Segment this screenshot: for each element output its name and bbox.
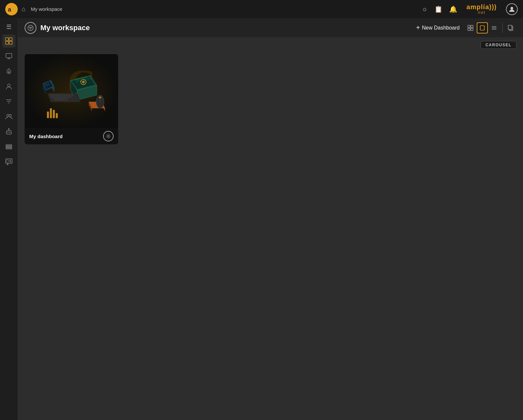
user-avatar[interactable] <box>506 3 518 15</box>
dashboard-card-footer: My dashboard <box>25 128 118 144</box>
svg-rect-15 <box>7 131 11 134</box>
svg-rect-78 <box>64 96 66 98</box>
sidebar-item-filter[interactable] <box>2 95 15 108</box>
home-icon[interactable]: ⌂ <box>22 5 26 13</box>
topbar-icons: ☼ 📋 🔔 amplía))) iiot <box>422 3 518 15</box>
copy-button[interactable] <box>505 22 516 33</box>
svg-rect-23 <box>6 146 12 147</box>
new-dashboard-button[interactable]: + New Dashboard <box>416 24 460 32</box>
topbar-workspace-label: My workspace <box>31 6 62 12</box>
sidebar-item-device[interactable] <box>2 50 15 63</box>
dashboard-card-settings-icon[interactable] <box>103 131 114 141</box>
main-layout: ☰ <box>0 18 523 420</box>
svg-rect-74 <box>54 96 55 98</box>
dashboard-card[interactable]: C <box>25 54 118 144</box>
svg-text:a: a <box>8 6 11 13</box>
workspace-content: CAROUSEL <box>18 38 523 420</box>
svg-point-98 <box>108 136 109 137</box>
sun-icon[interactable]: ☼ <box>422 5 427 13</box>
svg-rect-2 <box>6 38 9 41</box>
sidebar-item-favorites[interactable] <box>2 65 15 78</box>
svg-point-60 <box>82 81 85 83</box>
svg-rect-88 <box>47 112 49 118</box>
view-carousel-button[interactable] <box>477 22 488 33</box>
brand-name: amplía))) <box>467 4 497 10</box>
sidebar: ☰ <box>0 18 18 420</box>
svg-rect-90 <box>53 110 55 118</box>
svg-rect-37 <box>471 25 473 28</box>
svg-point-32 <box>28 25 33 31</box>
topbar: a ⌂ My workspace ☼ 📋 🔔 amplía))) iiot <box>0 0 523 18</box>
svg-rect-79 <box>67 96 69 98</box>
svg-rect-6 <box>6 53 12 58</box>
notes-icon[interactable]: 📋 <box>434 5 443 13</box>
svg-rect-75 <box>56 96 58 98</box>
dashboard-card-image: C <box>25 54 118 128</box>
page-title: My workspace <box>40 24 416 32</box>
svg-point-13 <box>7 115 9 117</box>
svg-rect-24 <box>6 148 12 149</box>
svg-rect-40 <box>480 26 484 30</box>
sidebar-item-settings[interactable] <box>2 140 15 153</box>
carousel-label: CAROUSEL <box>481 41 516 49</box>
svg-rect-67 <box>58 94 60 96</box>
view-divider <box>502 23 503 33</box>
sidebar-item-user[interactable] <box>2 80 15 93</box>
svg-rect-39 <box>471 28 473 31</box>
svg-rect-65 <box>53 94 55 96</box>
svg-rect-38 <box>468 28 470 31</box>
svg-rect-66 <box>55 94 57 96</box>
main-content: My workspace + New Dashboard <box>18 18 523 420</box>
svg-rect-81 <box>54 98 67 100</box>
sidebar-item-group[interactable] <box>2 110 15 123</box>
svg-point-14 <box>9 115 11 117</box>
svg-rect-4 <box>6 41 9 44</box>
svg-rect-89 <box>50 108 52 118</box>
new-dashboard-label: New Dashboard <box>422 25 460 31</box>
view-list-button[interactable] <box>489 22 500 33</box>
workspace-filter-icon[interactable] <box>25 22 36 34</box>
svg-rect-72 <box>71 94 73 96</box>
view-toggle-buttons <box>465 22 516 33</box>
app-logo[interactable]: a <box>5 3 18 15</box>
dashboard-grid: C <box>25 54 516 144</box>
sidebar-item-dashboard[interactable] <box>2 34 15 48</box>
menu-toggle-button[interactable]: ☰ <box>4 21 13 32</box>
svg-rect-76 <box>59 96 61 98</box>
brand-logo: amplía))) iiot <box>467 4 497 15</box>
brand-sub: iiot <box>478 10 485 15</box>
svg-point-97 <box>99 96 101 98</box>
dashboard-card-name: My dashboard <box>29 134 63 139</box>
sidebar-item-screen[interactable] <box>2 155 15 168</box>
svg-point-17 <box>9 132 10 133</box>
svg-point-19 <box>9 129 10 130</box>
svg-rect-71 <box>69 94 71 96</box>
svg-rect-26 <box>7 160 9 162</box>
bell-icon[interactable]: 🔔 <box>449 5 457 13</box>
svg-rect-49 <box>508 25 512 30</box>
svg-point-16 <box>8 132 9 133</box>
svg-rect-22 <box>6 145 12 146</box>
svg-rect-3 <box>9 38 12 41</box>
svg-rect-70 <box>66 94 68 96</box>
svg-rect-36 <box>468 25 470 28</box>
sidebar-item-robot[interactable] <box>2 125 15 138</box>
svg-rect-5 <box>9 41 12 44</box>
svg-rect-64 <box>50 94 52 96</box>
svg-point-1 <box>511 7 513 10</box>
svg-rect-91 <box>56 113 58 118</box>
svg-rect-80 <box>69 96 71 98</box>
view-grid-button[interactable] <box>465 22 476 33</box>
svg-rect-73 <box>51 96 53 98</box>
new-dashboard-plus-icon: + <box>416 24 420 32</box>
svg-rect-68 <box>61 94 63 96</box>
svg-rect-77 <box>61 96 63 98</box>
svg-rect-69 <box>63 94 65 96</box>
svg-point-9 <box>8 84 10 87</box>
subheader: My workspace + New Dashboard <box>18 18 523 38</box>
